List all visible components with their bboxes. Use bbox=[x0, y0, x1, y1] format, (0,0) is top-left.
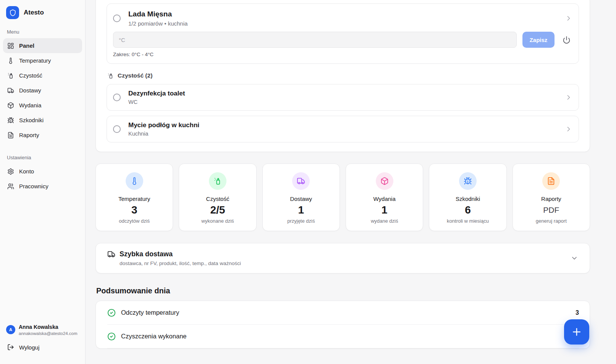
task-radio[interactable] bbox=[113, 125, 121, 133]
stat-caption: kontroli w miesiącu bbox=[447, 218, 489, 224]
cleaning-task[interactable]: Dezynfekcja toalet WC bbox=[107, 84, 579, 111]
quick-delivery-title: Szybka dostawa bbox=[120, 250, 173, 258]
dashboard-icon bbox=[7, 42, 14, 49]
stat-label: Wydania bbox=[373, 196, 396, 202]
power-icon bbox=[563, 36, 571, 44]
stat-icon-wrap bbox=[126, 172, 143, 190]
sidebar-item-konto[interactable]: Konto bbox=[3, 164, 82, 179]
gear-icon bbox=[7, 168, 14, 175]
sidebar-item-szkodniki[interactable]: Szkodniki bbox=[3, 113, 82, 128]
brand-name: Atesto bbox=[24, 9, 44, 16]
truck-icon bbox=[107, 250, 115, 258]
sidebar-item-pracownicy[interactable]: Pracownicy bbox=[3, 179, 82, 194]
save-button[interactable]: Zapisz bbox=[522, 32, 555, 48]
add-button[interactable] bbox=[564, 319, 589, 345]
temperature-input[interactable] bbox=[113, 32, 517, 48]
summary-title: Podsumowanie dnia bbox=[96, 286, 590, 295]
stat-value: 1 bbox=[298, 204, 304, 217]
stat-value: 6 bbox=[465, 204, 471, 217]
stat-caption: przyjęte dziś bbox=[287, 218, 315, 224]
stat-card-raporty[interactable]: Raporty PDF generuj raport bbox=[513, 163, 590, 231]
summary-row-label: Odczyty temperatury bbox=[121, 309, 179, 316]
sidebar-item-label: Czystość bbox=[19, 72, 42, 79]
truck-icon bbox=[297, 177, 305, 185]
stat-label: Szkodniki bbox=[456, 196, 480, 202]
stat-caption: odczytów dziś bbox=[119, 218, 150, 224]
task-location: Kuchnia bbox=[128, 131, 199, 137]
spray-icon bbox=[213, 177, 222, 185]
stat-icon-wrap bbox=[209, 172, 226, 190]
stat-value: 3 bbox=[131, 204, 137, 217]
users-icon bbox=[7, 183, 14, 190]
chevron-down-icon bbox=[571, 254, 578, 262]
bug-icon bbox=[464, 177, 472, 185]
sidebar: Atesto Menu Panel Temperatury Czystość D… bbox=[0, 0, 86, 364]
stat-caption: wydane dziś bbox=[371, 218, 398, 224]
stat-value: 2/5 bbox=[210, 204, 225, 217]
stats-row: Temperatury 3 odczytów dziś Czystość 2/5… bbox=[95, 163, 590, 231]
spray-icon bbox=[107, 73, 114, 79]
stat-label: Temperatury bbox=[118, 196, 150, 202]
report-icon bbox=[7, 132, 14, 139]
range-note: Zakres: 0°C - 4°C bbox=[113, 52, 572, 57]
power-button[interactable] bbox=[560, 34, 572, 46]
sidebar-item-label: Dostawy bbox=[19, 87, 41, 94]
sidebar-item-wydania[interactable]: Wydania bbox=[3, 98, 82, 113]
report-icon bbox=[547, 177, 555, 185]
app-root: Atesto Menu Panel Temperatury Czystość D… bbox=[0, 0, 616, 364]
stat-caption: generuj raport bbox=[536, 218, 567, 224]
summary-row: Czyszczenia wykonane bbox=[107, 325, 579, 348]
thermometer-icon bbox=[7, 57, 14, 64]
sidebar-bottom: A Anna Kowalska annakowalska@atesto24.co… bbox=[3, 321, 82, 354]
sidebar-item-temperatury[interactable]: Temperatury bbox=[3, 53, 82, 68]
sidebar-item-label: Raporty bbox=[19, 132, 39, 138]
stat-card-czystosc[interactable]: Czystość 2/5 wykonane dziś bbox=[179, 163, 256, 231]
sidebar-item-label: Temperatury bbox=[19, 57, 51, 64]
quick-delivery-card[interactable]: Szybka dostawa dostawca, nr FV, produkt,… bbox=[95, 243, 590, 273]
stat-card-dostawy[interactable]: Dostawy 1 przyjęte dziś bbox=[262, 163, 340, 231]
spray-icon bbox=[7, 72, 14, 79]
summary-row-label: Czyszczenia wykonane bbox=[121, 333, 187, 340]
user-email: annakowalska@atesto24.com bbox=[19, 331, 78, 336]
sidebar-item-panel[interactable]: Panel bbox=[3, 38, 82, 53]
quick-delivery-subtitle: dostawca, nr FV, produkt, ilość, temp., … bbox=[120, 260, 241, 266]
stat-card-temperatury[interactable]: Temperatury 3 odczytów dziś bbox=[95, 163, 173, 231]
cleaning-section-header: Czystość (2) bbox=[107, 72, 579, 79]
temperature-task: Lada Mięsna 1/2 pomiarów • kuchnia Zapis… bbox=[107, 3, 579, 64]
sidebar-item-czystosc[interactable]: Czystość bbox=[3, 68, 82, 83]
summary-card: Odczyty temperatury 3 Czyszczenia wykona… bbox=[95, 301, 590, 349]
measurement-row: Zapisz bbox=[113, 32, 572, 48]
settings-section-label: Ustawienia bbox=[3, 151, 82, 164]
stat-label: Raporty bbox=[541, 196, 561, 202]
task-title: Dezynfekcja toalet bbox=[128, 90, 185, 97]
user-name: Anna Kowalska bbox=[19, 324, 78, 330]
brand-logo bbox=[6, 6, 19, 19]
logout-button[interactable]: Wyloguj bbox=[3, 340, 82, 354]
package-icon bbox=[7, 102, 14, 109]
menu-section-label: Menu bbox=[3, 25, 82, 38]
sidebar-item-raporty[interactable]: Raporty bbox=[3, 128, 82, 142]
sidebar-item-label: Panel bbox=[19, 42, 34, 49]
stat-caption: wykonane dziś bbox=[201, 218, 234, 224]
stat-icon-wrap bbox=[542, 172, 560, 190]
task-radio[interactable] bbox=[113, 94, 121, 101]
stat-card-wydania[interactable]: Wydania 1 wydane dziś bbox=[346, 163, 423, 231]
sidebar-item-label: Pracownicy bbox=[19, 183, 49, 189]
check-circle-icon bbox=[107, 309, 116, 317]
user-profile[interactable]: A Anna Kowalska annakowalska@atesto24.co… bbox=[3, 321, 82, 340]
sidebar-item-dostawy[interactable]: Dostawy bbox=[3, 83, 82, 98]
cleaning-task[interactable]: Mycie podłóg w kuchni Kuchnia bbox=[107, 116, 579, 142]
sidebar-item-label: Szkodniki bbox=[19, 117, 44, 123]
summary-row: Odczyty temperatury 3 bbox=[107, 301, 579, 325]
task-radio[interactable] bbox=[113, 15, 121, 22]
brand: Atesto bbox=[3, 5, 82, 25]
bug-icon bbox=[7, 117, 14, 124]
temperature-task-header[interactable]: Lada Mięsna 1/2 pomiarów • kuchnia bbox=[113, 10, 572, 27]
task-location: WC bbox=[128, 99, 185, 105]
task-title: Lada Mięsna bbox=[128, 10, 188, 18]
stat-card-szkodniki[interactable]: Szkodniki 6 kontroli w miesiącu bbox=[429, 163, 506, 231]
avatar: A bbox=[6, 325, 15, 334]
stat-value: PDF bbox=[543, 204, 559, 217]
plus-icon bbox=[571, 326, 582, 338]
stat-icon-wrap bbox=[292, 172, 310, 190]
